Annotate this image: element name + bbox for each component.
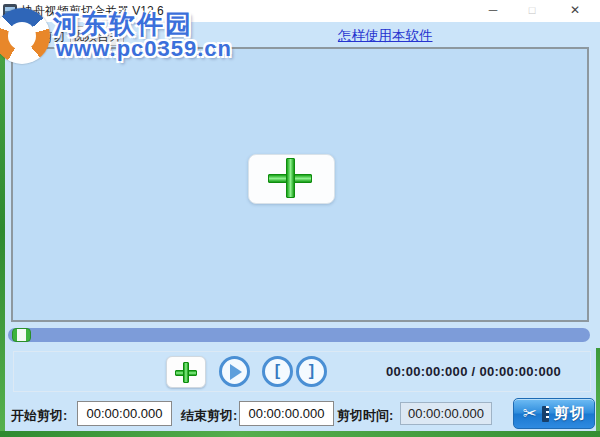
- maximize-button[interactable]: □: [515, 0, 549, 22]
- add-video-button[interactable]: [248, 154, 335, 204]
- mark-start-button[interactable]: [: [262, 356, 293, 387]
- title-bar: 快舟视频剪切合并器 V12.6 ─ □ ✕: [0, 0, 600, 22]
- seek-slider-thumb[interactable]: [12, 328, 31, 342]
- seek-slider-track[interactable]: [8, 328, 590, 342]
- help-link[interactable]: 怎样使用本软件: [338, 27, 433, 45]
- cut-duration-value: 00:00:00.000: [400, 402, 492, 425]
- plus-icon: [268, 158, 314, 200]
- bracket-right-icon: ]: [309, 363, 314, 379]
- end-cut-input[interactable]: [239, 401, 334, 426]
- plus-icon: [175, 362, 199, 384]
- desktop-edge-left: [0, 22, 5, 437]
- tab-video-merge[interactable]: 视频合并: [70, 26, 124, 46]
- start-cut-label: 开始剪切:: [11, 407, 67, 425]
- add-file-button[interactable]: [166, 356, 206, 388]
- app-window: 快舟视频剪切合并器 V12.6 ─ □ ✕ 视频剪切 视频合并 怎样使用本软件 …: [0, 0, 600, 437]
- minimize-button[interactable]: ─: [476, 0, 510, 22]
- cut-duration-label: 剪切时间:: [337, 407, 393, 425]
- cut-button[interactable]: ✂ 剪切: [513, 398, 595, 429]
- play-button[interactable]: [219, 356, 250, 387]
- window-title: 快舟视频剪切合并器 V12.6: [21, 0, 164, 22]
- player-control-panel: [ ] 00:00:00:000 / 00:00:00:000: [13, 351, 591, 392]
- video-preview-area: [11, 47, 589, 322]
- tab-video-cut[interactable]: 视频剪切: [15, 29, 65, 46]
- app-icon: [3, 4, 17, 18]
- bracket-left-icon: [: [275, 363, 280, 379]
- close-button[interactable]: ✕: [558, 0, 592, 22]
- play-icon: [230, 364, 242, 380]
- start-cut-input[interactable]: [77, 401, 172, 426]
- desktop-edge-right: [596, 348, 600, 437]
- end-cut-label: 结束剪切:: [181, 407, 237, 425]
- scissors-icon: ✂: [522, 405, 536, 422]
- film-strip-icon: [542, 406, 549, 422]
- cut-button-label: 剪切: [554, 404, 586, 423]
- desktop-edge-bottom: [0, 431, 600, 437]
- playback-time-display: 00:00:00:000 / 00:00:00:000: [386, 352, 586, 391]
- mark-end-button[interactable]: ]: [296, 356, 327, 387]
